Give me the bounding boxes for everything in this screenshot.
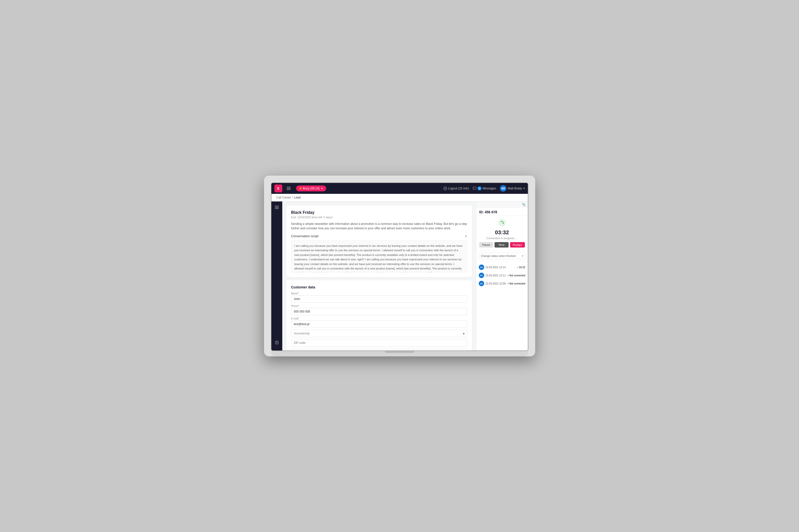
- zip-field: [291, 339, 467, 346]
- history-status-0: ● 03:32: [517, 266, 525, 269]
- email-label: E-mail*: [291, 317, 467, 320]
- history-date-2: 22.03.2021 12:00: [486, 282, 506, 285]
- script-label: Conversation script: [291, 234, 319, 238]
- customer-data-card: Customer data Name* Phone*: [286, 280, 472, 350]
- messages-badge: 3: [477, 187, 482, 190]
- history-date-0: 22.03.2021 12:14: [486, 266, 516, 269]
- collapse-icon[interactable]: ∧: [465, 234, 467, 238]
- chevron-down-icon: ▾: [523, 187, 525, 190]
- email-input[interactable]: [291, 320, 467, 328]
- history-item: AS 22.03.2021 12:11 ● Not connected: [479, 271, 525, 280]
- logout-button[interactable]: Logout (15 min): [443, 187, 469, 190]
- app-logo: S: [274, 185, 282, 192]
- status-dot-red: ●: [507, 283, 509, 285]
- city-input[interactable]: [291, 348, 467, 350]
- phone-label: Phone*: [291, 305, 467, 307]
- svg-rect-0: [287, 187, 291, 187]
- top-nav: S Busy (06:14) ▾ Logout (15 min): [271, 183, 528, 194]
- phone-field: Phone*: [291, 305, 467, 315]
- sidebar-bottom: [273, 339, 281, 348]
- status-dot-red: ●: [507, 274, 509, 277]
- pause-button[interactable]: Pause: [479, 242, 493, 248]
- svg-rect-1: [287, 188, 291, 189]
- voivodeship-field: Voivodeship: [291, 330, 467, 337]
- messages-button[interactable]: 3 Messages: [473, 187, 496, 190]
- mute-button[interactable]: Mute: [494, 242, 509, 248]
- svg-rect-4: [275, 206, 279, 206]
- nav-menu-icon[interactable]: [285, 185, 292, 192]
- change-status-select[interactable]: Change status when finished: [479, 253, 525, 259]
- sidebar: [271, 202, 282, 350]
- breadcrumb: Call Center • Lead: [271, 194, 528, 202]
- campaign-description: Sending a simple newsletter with informa…: [291, 222, 467, 230]
- voivodeship-select[interactable]: Voivodeship: [291, 330, 467, 337]
- change-status-row: Change status when finished ▾: [476, 251, 528, 261]
- zip-input[interactable]: [291, 339, 467, 346]
- email-field: E-mail*: [291, 317, 467, 328]
- main-layout: Black Friday End: 12/24/2022 (time left:…: [271, 202, 528, 350]
- status-button[interactable]: Busy (06:14) ▾: [296, 186, 326, 191]
- history-status-1: ● Not connected: [507, 274, 525, 277]
- call-timer: 03:32: [479, 229, 525, 236]
- history-avatar-2: AS: [479, 281, 484, 286]
- avatar: MB: [500, 185, 506, 192]
- call-status: Connection in progress ...: [479, 237, 525, 240]
- history-avatar-1: AS: [479, 273, 484, 278]
- call-buttons: Pause Mute Rozłącz: [479, 242, 525, 248]
- campaign-title: Black Friday: [291, 210, 467, 215]
- attach-icon-row: 📎: [476, 202, 528, 208]
- svg-point-10: [498, 219, 505, 226]
- customer-data-title: Customer data: [291, 285, 467, 289]
- hangup-button[interactable]: Rozłącz: [510, 242, 525, 248]
- history-date-1: 22.03.2021 12:11: [486, 274, 506, 277]
- call-history: AS 22.03.2021 12:14 ● 03:32 AS 22.03.202…: [476, 261, 528, 350]
- right-panel: 📎 ID: 456 678 03:32 Connect: [476, 202, 528, 350]
- svg-rect-5: [275, 207, 279, 208]
- status-dot-green: ●: [517, 266, 519, 268]
- history-item: AS 22.03.2021 12:00 ● Not connected: [479, 280, 525, 288]
- history-item: AS 22.03.2021 12:14 ● 03:32: [479, 263, 525, 271]
- customer-id-section: ID: 456 678: [476, 208, 528, 216]
- script-text: I am calling you because you have expres…: [291, 241, 467, 272]
- city-field: [291, 348, 467, 350]
- content-area: Black Friday End: 12/24/2022 (time left:…: [282, 202, 476, 350]
- call-widget: 03:32 Connection in progress ... Pause M…: [476, 216, 528, 251]
- nav-right-area: Logout (15 min) 3 Messages MB Matt Brad: [443, 185, 525, 192]
- phone-ringing-icon: [479, 219, 525, 228]
- name-label: Name*: [291, 292, 467, 295]
- name-field: Name*: [291, 292, 467, 303]
- status-dot-icon: [299, 187, 302, 189]
- campaign-card: Black Friday End: 12/24/2022 (time left:…: [286, 205, 472, 277]
- user-menu[interactable]: MB Matt Brady ▾: [500, 185, 525, 192]
- campaign-end-date: End: 12/24/2022 (time left: 5 days): [291, 216, 467, 219]
- paperclip-icon[interactable]: 📎: [522, 203, 526, 206]
- customer-id: ID: 456 678: [479, 210, 525, 214]
- name-input[interactable]: [291, 295, 467, 303]
- sidebar-menu-icon[interactable]: [273, 204, 281, 211]
- svg-point-9: [277, 342, 277, 342]
- history-status-2: ● Not connected: [507, 282, 525, 285]
- info-icon[interactable]: [273, 339, 281, 346]
- phone-input[interactable]: [291, 308, 467, 315]
- history-avatar-0: AS: [479, 265, 484, 270]
- script-header: Conversation script ∧: [291, 234, 467, 238]
- svg-rect-6: [275, 208, 279, 209]
- svg-rect-2: [287, 189, 291, 190]
- chevron-down-icon: ▾: [321, 187, 323, 190]
